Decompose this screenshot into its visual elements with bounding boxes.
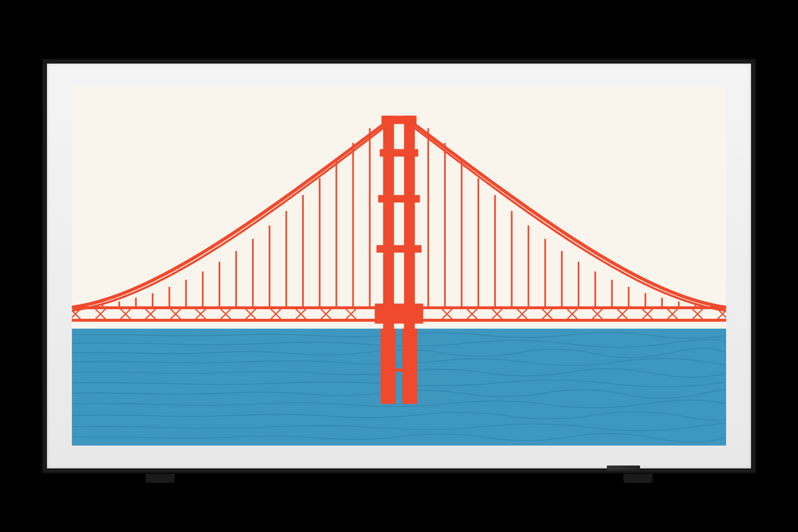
svg-rect-41 bbox=[377, 245, 422, 253]
svg-rect-44 bbox=[402, 329, 417, 404]
svg-rect-38 bbox=[382, 116, 416, 124]
brand-logo bbox=[607, 466, 640, 470]
tv-stand-right bbox=[623, 474, 653, 483]
artwork-bridge bbox=[72, 86, 726, 446]
tv-bezel bbox=[42, 58, 756, 474]
svg-rect-39 bbox=[380, 149, 418, 157]
picture-mat bbox=[47, 64, 751, 468]
tv-stand-left bbox=[145, 474, 175, 483]
svg-rect-42 bbox=[375, 303, 424, 323]
bridge-illustration bbox=[72, 86, 726, 446]
frame-tv bbox=[42, 58, 756, 474]
svg-rect-43 bbox=[381, 329, 396, 404]
svg-rect-40 bbox=[378, 195, 420, 202]
